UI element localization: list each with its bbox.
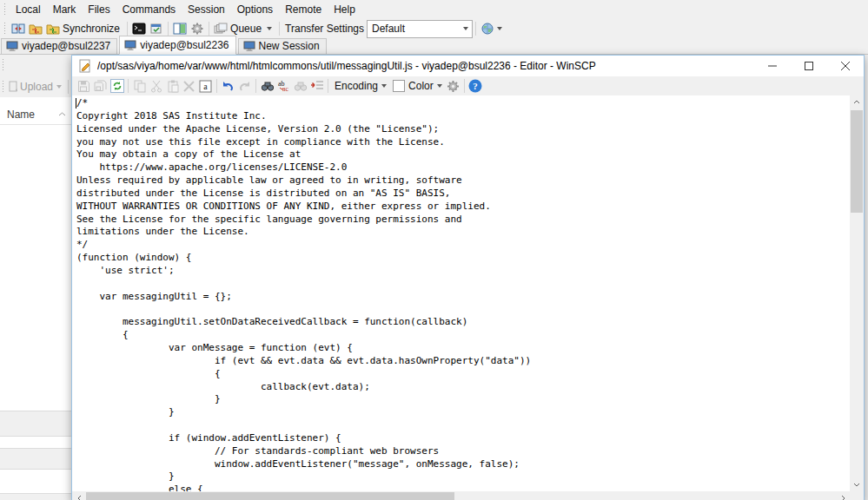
code-line: /* [76,97,850,110]
code-line: limitations under the License. [76,226,850,239]
transfer-settings-combo[interactable]: Default [367,20,473,38]
vertical-scrollbar[interactable] [850,95,864,491]
undo-button[interactable] [220,77,236,95]
gear-icon [190,22,204,36]
encoding-dropdown[interactable]: Encoding [331,80,389,92]
queue-icon [214,22,228,36]
code-line: */ [76,239,850,252]
save-button[interactable] [76,77,92,95]
scrollbar-corner [850,491,864,500]
svg-text:?: ? [473,81,478,91]
code-line [76,304,850,317]
code-line: } [76,393,850,406]
menu-item[interactable]: Files [82,1,116,18]
menu-bar: LocalMarkFilesCommandsSessionOptionsRemo… [0,0,868,19]
monitor-icon [124,40,136,50]
menu-item[interactable]: Help [328,1,361,18]
delete-button[interactable] [181,77,197,95]
menu-item[interactable]: Session [182,1,231,18]
menu-gripper[interactable] [3,3,7,16]
synchronize-button[interactable]: Synchronize [44,20,124,37]
horizontal-scroll-track[interactable] [86,491,836,500]
code-line: var messagingUtil = {}; [76,291,850,304]
upload-button-label[interactable]: Upload [20,81,53,93]
maximize-button[interactable] [791,56,827,76]
vertical-scroll-thumb[interactable] [851,110,863,213]
help-button[interactable]: ? [467,77,484,95]
chevron-down-icon [437,84,442,88]
globe-icon [480,22,494,36]
paste-button[interactable] [164,77,181,95]
go-to-line-icon [310,80,324,92]
menu-item[interactable]: Options [231,1,279,18]
minimize-button[interactable] [754,56,791,76]
open-terminal-button[interactable] [130,20,148,37]
synchronize-browsing-button[interactable] [27,20,44,37]
close-button[interactable] [827,56,864,76]
code-line: callback(evt.data); [76,381,850,394]
chevron-down-icon[interactable] [56,85,62,89]
horizontal-scrollbar[interactable] [72,491,864,500]
cut-button[interactable] [148,77,164,95]
panel-toolbar-gripper[interactable] [2,80,5,94]
session-tab[interactable]: New Session [238,38,327,54]
session-tab[interactable]: viyadep@bsul2237 [1,38,117,54]
find-icon [261,80,275,92]
redo-button[interactable] [236,77,253,95]
transfer-settings-value: Default [368,23,461,35]
select-all-button[interactable]: a [197,77,214,95]
preferences-button[interactable] [189,20,206,37]
site-manager-button[interactable] [479,20,507,37]
reload-button[interactable] [109,77,125,95]
color-dropdown[interactable]: Color [389,80,445,92]
menu-item[interactable]: Commands [116,1,182,18]
scroll-right-arrow[interactable] [836,491,850,500]
editor-preferences-button[interactable] [445,77,461,95]
scroll-up-arrow[interactable] [850,95,864,109]
code-line: else { [76,484,850,491]
toolbar-gripper[interactable] [3,22,7,36]
code-editing-area[interactable]: /*Copyright 2018 SAS Institute Inc.Licen… [72,95,850,491]
save-as-button[interactable] [92,77,109,95]
chevron-down-icon [463,27,468,30]
horizontal-scroll-thumb[interactable] [86,492,454,500]
menu-item[interactable]: Local [10,1,47,18]
close-icon [841,62,850,70]
scroll-down-arrow[interactable] [850,478,864,491]
go-to-line-button[interactable] [308,77,325,95]
save-icon [77,80,90,93]
editor-toolbar-separator [255,79,256,93]
menu-item[interactable]: Mark [47,1,83,18]
open-session-tool-button[interactable] [148,20,165,37]
find-button[interactable] [259,77,275,95]
session-tool-icon [149,22,163,36]
queue-label: Queue [230,23,262,35]
panel-layout-icon [173,22,187,36]
synchronize-icon [46,22,60,36]
cut-icon [150,80,162,93]
code-line: Copyright 2018 SAS Institute Inc. [76,110,850,123]
code-line: See the License for the specific languag… [76,214,850,227]
session-tab[interactable]: viyadep@bsul2236 [119,36,235,55]
editor-toolbar: a ab ac [72,76,864,95]
panel-layout-button[interactable] [171,20,189,37]
editor-toolbar-separator [328,79,328,93]
menu-item[interactable]: Remote [279,1,328,18]
session-tab-label: viyadep@bsul2236 [140,39,229,51]
transfer-settings-label: Transfer Settings [285,23,364,35]
scroll-left-arrow[interactable] [72,491,86,500]
name-column-header[interactable]: Name [0,104,71,125]
code-line: https://www.apache.org/licenses/LICENSE-… [76,161,850,174]
status-bar [0,448,71,470]
synchronize-browsing-icon [29,22,43,36]
code-line: Licensed under the Apache License, Versi… [76,123,850,136]
queue-button[interactable]: Queue [212,20,276,37]
editor-toolbar-separator [216,79,217,93]
panel-gripper[interactable] [2,58,5,72]
compare-directories-button[interactable] [10,20,27,37]
session-tab-label: New Session [259,40,320,52]
copy-button[interactable] [131,77,148,95]
find-next-button[interactable] [292,77,308,95]
replace-button[interactable]: ab ac [275,77,292,95]
code-line: { [76,368,850,381]
